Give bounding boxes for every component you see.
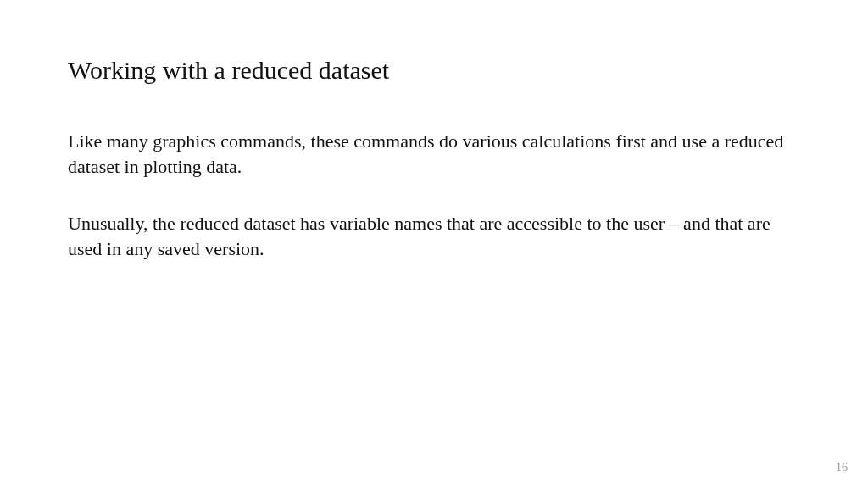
slide-paragraph-2: Unusually, the reduced dataset has varia… bbox=[68, 211, 797, 261]
page-number: 16 bbox=[836, 461, 848, 474]
slide-paragraph-1: Like many graphics commands, these comma… bbox=[68, 129, 797, 179]
slide-title: Working with a reduced dataset bbox=[68, 56, 800, 85]
slide-container: Working with a reduced dataset Like many… bbox=[0, 0, 868, 488]
